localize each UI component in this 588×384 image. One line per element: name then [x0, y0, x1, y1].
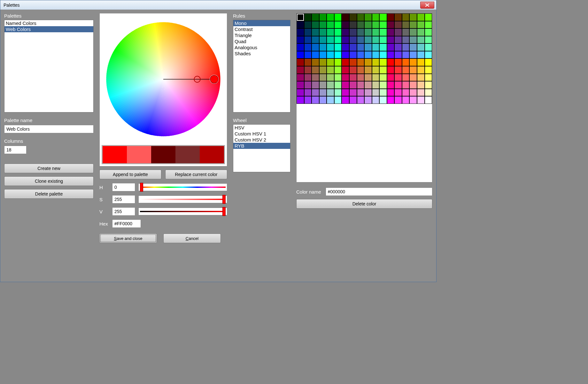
swatch[interactable] [394, 43, 402, 51]
swatch[interactable] [349, 74, 357, 81]
swatch[interactable] [342, 28, 349, 36]
swatch[interactable] [334, 43, 342, 51]
swatch[interactable] [402, 66, 410, 74]
swatch[interactable] [334, 81, 342, 89]
swatch[interactable] [312, 36, 319, 44]
swatch[interactable] [364, 66, 372, 74]
swatch[interactable] [319, 66, 327, 74]
swatch[interactable] [387, 36, 395, 44]
swatch[interactable] [357, 66, 365, 74]
swatch[interactable] [327, 43, 334, 51]
swatch[interactable] [409, 43, 417, 51]
list-item[interactable]: Custom HSV 2 [233, 137, 290, 143]
swatch[interactable] [334, 96, 342, 104]
swatch[interactable] [319, 43, 327, 51]
rules-listbox[interactable]: MonoContrastTriangleQuadAnalogousShades [233, 20, 290, 112]
v-input[interactable] [112, 207, 135, 216]
swatch[interactable] [297, 66, 304, 74]
swatch[interactable] [297, 36, 304, 44]
swatch[interactable] [402, 81, 410, 89]
swatch[interactable] [327, 21, 334, 29]
swatch[interactable] [409, 74, 417, 81]
swatch[interactable] [417, 28, 425, 36]
swatch[interactable] [319, 51, 327, 59]
swatch[interactable] [334, 51, 342, 59]
swatch[interactable] [349, 43, 357, 51]
swatch[interactable] [372, 74, 380, 81]
swatch[interactable] [349, 36, 357, 44]
list-item[interactable]: Shades [233, 50, 290, 57]
swatch[interactable] [417, 43, 425, 51]
color-wheel[interactable] [102, 15, 225, 143]
swatch[interactable] [425, 51, 432, 59]
swatch[interactable] [379, 89, 387, 96]
swatch[interactable] [342, 66, 349, 74]
swatch[interactable] [304, 89, 312, 96]
swatch[interactable] [379, 43, 387, 51]
swatch[interactable] [387, 51, 395, 59]
swatch[interactable] [425, 43, 432, 51]
swatch[interactable] [342, 51, 349, 59]
swatch[interactable] [379, 36, 387, 44]
swatch[interactable] [402, 51, 410, 59]
swatch[interactable] [364, 28, 372, 36]
swatch[interactable] [327, 74, 334, 81]
swatch-grid[interactable] [297, 13, 432, 104]
swatch[interactable] [387, 89, 395, 96]
swatch[interactable] [357, 43, 365, 51]
swatch[interactable] [327, 89, 334, 96]
swatch[interactable] [334, 89, 342, 96]
swatch[interactable] [334, 13, 342, 21]
swatch[interactable] [425, 74, 432, 81]
swatch[interactable] [394, 66, 402, 74]
swatch[interactable] [334, 66, 342, 74]
swatch[interactable] [387, 21, 395, 29]
swatch[interactable] [327, 13, 334, 21]
swatch[interactable] [409, 36, 417, 44]
swatch[interactable] [372, 13, 380, 21]
swatch[interactable] [304, 74, 312, 81]
s-slider[interactable] [138, 196, 227, 203]
swatch[interactable] [402, 28, 410, 36]
swatch[interactable] [364, 81, 372, 89]
swatch[interactable] [409, 28, 417, 36]
wheel-listbox[interactable]: HSVCustom HSV 1Custom HSV 2RYB [233, 124, 290, 172]
swatch[interactable] [402, 21, 410, 29]
swatch[interactable] [379, 28, 387, 36]
swatch[interactable] [349, 58, 357, 66]
swatch[interactable] [402, 74, 410, 81]
list-item[interactable]: HSV [233, 125, 290, 131]
swatch[interactable] [409, 58, 417, 66]
shade-swatch[interactable] [102, 145, 128, 164]
swatch[interactable] [319, 89, 327, 96]
list-item[interactable]: Analogous [233, 44, 290, 50]
swatch[interactable] [319, 74, 327, 81]
swatch[interactable] [417, 81, 425, 89]
swatch[interactable] [379, 96, 387, 104]
swatch[interactable] [364, 13, 372, 21]
s-input[interactable] [112, 195, 135, 204]
swatch[interactable] [297, 13, 304, 21]
swatch[interactable] [402, 13, 410, 21]
swatch[interactable] [417, 51, 425, 59]
swatch[interactable] [409, 81, 417, 89]
swatch[interactable] [334, 21, 342, 29]
palettes-listbox[interactable]: Named ColorsWeb Colors [4, 20, 94, 112]
v-slider[interactable] [138, 208, 227, 215]
clone-existing-button[interactable]: Clone existing [4, 176, 94, 186]
shade-strip[interactable] [102, 145, 225, 164]
swatch[interactable] [319, 81, 327, 89]
list-item[interactable]: Contrast [233, 26, 290, 32]
swatch[interactable] [349, 21, 357, 29]
swatch[interactable] [349, 81, 357, 89]
color-name-input[interactable] [326, 188, 432, 196]
swatch[interactable] [387, 13, 395, 21]
swatch[interactable] [379, 51, 387, 59]
swatch[interactable] [394, 28, 402, 36]
delete-color-button[interactable]: Delete color [296, 199, 432, 209]
swatch[interactable] [417, 96, 425, 104]
swatch[interactable] [342, 89, 349, 96]
cancel-button[interactable]: Cancel [163, 234, 221, 243]
swatch[interactable] [417, 66, 425, 74]
swatch[interactable] [312, 58, 319, 66]
